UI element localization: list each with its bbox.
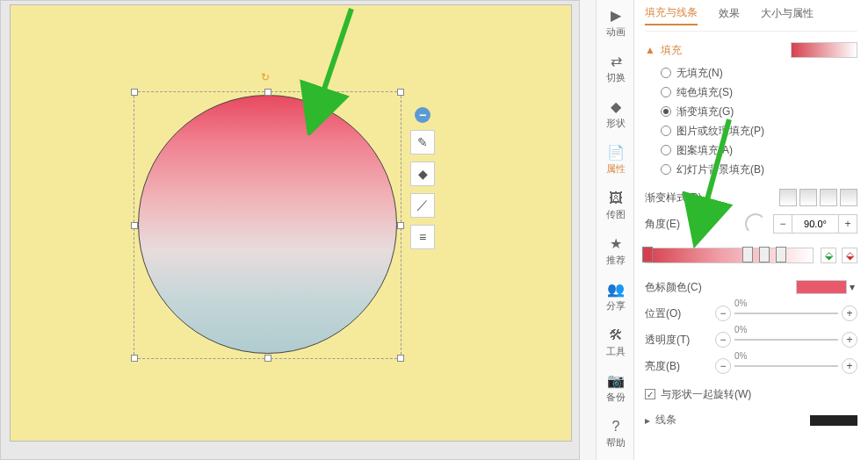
fill-icon[interactable]: ◆ bbox=[410, 162, 435, 186]
resize-handle-t[interactable] bbox=[264, 89, 271, 96]
edit-icon[interactable]: ✎ bbox=[410, 130, 435, 155]
angle-increment-button[interactable]: + bbox=[838, 214, 857, 234]
vtool-动画[interactable]: ▶动画 bbox=[597, 0, 635, 46]
vtool-label: 属性 bbox=[606, 162, 626, 176]
line-section-header[interactable]: ▸ 线条 bbox=[645, 413, 857, 428]
collapse-triangle-icon: ▸ bbox=[645, 414, 650, 427]
tab-0[interactable]: 填充与线条 bbox=[645, 5, 698, 25]
angle-dial[interactable] bbox=[745, 213, 766, 234]
brightness-slider[interactable]: 0% bbox=[734, 365, 838, 367]
brightness-value: 0% bbox=[734, 351, 747, 361]
resize-handle-tr[interactable] bbox=[397, 89, 404, 96]
position-decrement-button[interactable]: − bbox=[715, 305, 731, 321]
stop-color-label: 色标颜色(C) bbox=[645, 280, 715, 295]
layers-icon[interactable]: ≡ bbox=[410, 225, 435, 249]
position-row: 位置(O) − 0% + bbox=[645, 300, 857, 327]
vtool-icon: ⇄ bbox=[608, 54, 624, 69]
color-dropdown-icon[interactable]: ▾ bbox=[847, 281, 857, 293]
radio-icon bbox=[661, 145, 671, 155]
gradient-preset-3[interactable] bbox=[820, 189, 837, 206]
vtool-label: 帮助 bbox=[606, 436, 626, 449]
line-section-label: 线条 bbox=[655, 413, 676, 428]
vtool-icon: ▶ bbox=[608, 8, 624, 24]
gradient-stop-3[interactable] bbox=[759, 247, 770, 262]
stop-color-row: 色标颜色(C) ▾ bbox=[645, 274, 857, 300]
vtool-形状[interactable]: ◆形状 bbox=[597, 91, 635, 137]
vtool-传图[interactable]: 🖼传图 bbox=[597, 183, 635, 228]
line-preview-swatch bbox=[810, 415, 857, 426]
brightness-label: 亮度(B) bbox=[645, 359, 715, 374]
vertical-toolbar: ▶动画⇄切换◆形状📄属性🖼传图★推荐👥分享🛠工具📷备份?帮助 bbox=[596, 0, 634, 460]
fill-option-0[interactable]: 无填充(N) bbox=[661, 63, 857, 83]
angle-input[interactable] bbox=[792, 214, 838, 234]
position-value: 0% bbox=[734, 298, 747, 308]
vtool-label: 传图 bbox=[606, 208, 626, 221]
transparency-label: 透明度(T) bbox=[645, 333, 715, 348]
transparency-slider[interactable]: 0% bbox=[734, 339, 838, 341]
svg-line-1 bbox=[699, 119, 729, 228]
gradient-preset-4[interactable] bbox=[840, 189, 857, 206]
rotate-with-shape-row[interactable]: ✓ 与形状一起旋转(W) bbox=[645, 383, 857, 406]
transparency-increment-button[interactable]: + bbox=[842, 332, 857, 348]
brightness-increment-button[interactable]: + bbox=[842, 358, 857, 374]
fill-section-header[interactable]: ▲ 填充 bbox=[645, 42, 857, 58]
position-increment-button[interactable]: + bbox=[842, 305, 857, 321]
transparency-row: 透明度(T) − 0% + bbox=[645, 327, 857, 353]
stop-color-swatch[interactable] bbox=[796, 280, 847, 294]
radio-icon bbox=[661, 87, 671, 97]
vtool-帮助[interactable]: ?帮助 bbox=[597, 411, 635, 456]
vtool-icon: 🖼 bbox=[608, 190, 624, 206]
gradient-stop-1[interactable] bbox=[642, 247, 653, 262]
fill-section-label: 填充 bbox=[661, 43, 682, 58]
vtool-切换[interactable]: ⇄切换 bbox=[597, 46, 635, 91]
vtool-icon: 📄 bbox=[608, 145, 624, 161]
slide[interactable]: ↻ − ✎ ◆ ／ ≡ bbox=[10, 4, 572, 442]
vtool-备份[interactable]: 📷备份 bbox=[597, 365, 635, 411]
angle-decrement-button[interactable]: − bbox=[773, 214, 792, 234]
resize-handle-b[interactable] bbox=[264, 355, 271, 362]
floating-toolbar: ✎ ◆ ／ ≡ bbox=[410, 130, 435, 256]
resize-handle-bl[interactable] bbox=[131, 355, 138, 362]
expand-triangle-icon: ▲ bbox=[645, 44, 655, 56]
position-label: 位置(O) bbox=[645, 306, 715, 321]
remove-stop-icon[interactable]: ⬙ bbox=[842, 248, 857, 263]
tab-1[interactable]: 效果 bbox=[719, 6, 740, 25]
vtool-icon: ★ bbox=[608, 236, 624, 252]
resize-handle-r[interactable] bbox=[397, 222, 404, 229]
svg-line-0 bbox=[315, 9, 351, 118]
add-stop-icon[interactable]: ⬙ bbox=[821, 248, 836, 263]
vtool-label: 形状 bbox=[606, 117, 626, 130]
radio-label: 无填充(N) bbox=[676, 66, 723, 81]
fill-preview-swatch bbox=[791, 42, 857, 58]
gradient-stop-4[interactable] bbox=[776, 247, 786, 262]
rotate-with-shape-label: 与形状一起旋转(W) bbox=[661, 387, 751, 402]
vtool-工具[interactable]: 🛠工具 bbox=[597, 320, 635, 365]
resize-handle-br[interactable] bbox=[397, 355, 404, 362]
transparency-decrement-button[interactable]: − bbox=[715, 332, 731, 348]
annotation-arrow-1 bbox=[299, 4, 369, 135]
panel-tabs: 填充与线条效果大小与属性 bbox=[645, 0, 857, 32]
gradient-preset-2[interactable] bbox=[799, 189, 817, 206]
vtool-label: 备份 bbox=[606, 391, 626, 404]
tab-2[interactable]: 大小与属性 bbox=[761, 6, 814, 25]
fill-option-1[interactable]: 纯色填充(S) bbox=[661, 83, 857, 102]
properties-panel: 填充与线条效果大小与属性 ▲ 填充 无填充(N)纯色填充(S)渐变填充(G)图片… bbox=[634, 0, 868, 460]
vtool-分享[interactable]: 👥分享 bbox=[597, 274, 635, 320]
canvas-area: ↻ − ✎ ◆ ／ ≡ bbox=[0, 0, 580, 460]
vtool-label: 切换 bbox=[606, 71, 626, 84]
resize-handle-tl[interactable] bbox=[131, 89, 138, 96]
rotate-handle[interactable]: ↻ bbox=[261, 71, 275, 85]
vtool-属性[interactable]: 📄属性 bbox=[597, 137, 635, 183]
position-slider[interactable]: 0% bbox=[734, 313, 838, 314]
vtool-推荐[interactable]: ★推荐 bbox=[597, 228, 635, 274]
gradient-preset-1[interactable] bbox=[779, 189, 797, 206]
radio-icon bbox=[661, 106, 671, 117]
resize-handle-l[interactable] bbox=[131, 222, 138, 229]
vtool-label: 动画 bbox=[606, 25, 626, 39]
vtool-label: 工具 bbox=[606, 345, 626, 358]
collapse-icon[interactable]: − bbox=[415, 107, 430, 123]
outline-icon[interactable]: ／ bbox=[410, 193, 435, 218]
rotate-with-shape-checkbox[interactable]: ✓ bbox=[645, 389, 655, 399]
vtool-icon: 👥 bbox=[608, 282, 624, 298]
brightness-decrement-button[interactable]: − bbox=[715, 358, 731, 374]
